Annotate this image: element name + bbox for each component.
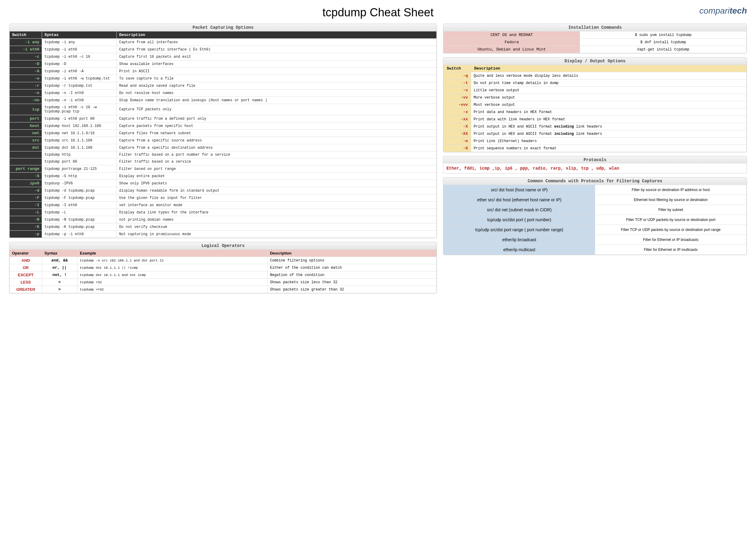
pco-desc: Capture files from network subnet [117,130,437,137]
do-switch: -vvv [444,101,471,109]
logo-part2: tech [729,6,747,15]
table-row: -xPrint data and headers in HEX format [444,109,747,116]
pco-desc: Display entire packet [117,173,437,180]
pco-desc: Capture from a specific source address [117,137,437,144]
lo-example: tcpdump >=32 [77,286,268,293]
lo-example: tcpdump dst 10.1.1.1 || !icmp [77,264,268,272]
table-row: -Ntcpdump -N tcpdump.pcapnot printing do… [10,216,437,224]
protocols-panel: Protocols Ether, fddi, icmp ,ip, ip6 , p… [443,156,747,174]
pco-table: Switch Syntax Description -i anytcpdump … [9,31,437,238]
pco-desc: display human readable form in standard … [117,187,437,194]
pco-switch: -c [10,53,42,60]
cc-command: src/ dst host (host name or IP) [444,185,595,195]
cc-command: tcp/udp src/dst port range ( port number… [444,225,595,235]
table-row: Fedora$ dnf install tcpdump [444,39,747,46]
pco-desc: Print in ASCII [117,68,437,75]
table-row: -nntcpdump -n -i eth0Stop Domain name tr… [10,97,437,104]
pco-syntax: tcpdunp -IPV6 [42,180,117,187]
pco-syntax: tcpdump -i eth0 [42,46,117,53]
pco-desc: Capture TCP packets only [117,104,437,115]
do-desc: Print data and headers in HEX format [471,109,747,116]
common-title: Common Commands with Protocols for Filte… [443,178,747,185]
pco-switch: -d [10,187,42,194]
pco-syntax: tcpdump dst 10.1.1.100 [42,144,117,152]
do-switch: -S [444,145,471,152]
table-row: tcptcpdump -i eth0 -c 10 -w tcpdump.pcap… [10,104,437,115]
cc-desc: Filter for Ethernet or IP multicasts [595,245,747,255]
cc-command: ether src/ dst host (ethernet host name … [444,195,595,205]
table-row: src/ dst host (host name or IP)Filter by… [444,185,747,195]
logical-header-row: Operator Syntax Example Description [10,250,437,257]
install-os: Ubuntu, Debian and Linux Mint [444,46,580,53]
pco-switch: ipv6 [10,180,42,187]
lo-header-syntax: Syntax [42,250,77,257]
do-desc: More verbose output [471,94,747,101]
lo-example: tcpdump -n src 192.168.1.1 and dst port … [77,257,268,264]
do-desc: Print data with link headers in HEX form… [471,116,747,123]
pco-syntax: tcpdump -n -I eth0 [42,90,117,97]
pco-desc: Show available interfaces [117,60,437,68]
table-row: tcp/udp src/dst port range ( port number… [444,225,747,235]
pco-desc: Display data link types for the interfac… [117,209,437,216]
pco-switch: -nn [10,97,42,104]
pco-switch: -w [10,75,42,82]
pco-desc: Filter traffic based on a service [117,158,437,165]
cc-desc: Filter by source or destination IP addre… [595,185,747,195]
lo-desc: Negation of the condition [267,272,436,279]
table-row: -Dtcpdump -DShow available interfaces [10,60,437,68]
table-row: tcpdump port 80Filter traffic based on a… [10,158,437,165]
pco-header-syntax: Syntax [42,31,117,39]
do-switch: -q [444,72,471,80]
display-table: Switch Description -qQuite and less verb… [443,65,747,152]
pco-syntax: tcpdump http [42,152,117,158]
do-switch: -e [444,138,471,145]
table-row: dsttcpdump dst 10.1.1.100Capture from a … [10,144,437,152]
table-row: -vvMore verbose output [444,94,747,101]
lo-operator: EXCEPT [10,272,42,279]
pco-switch: net [10,130,42,137]
lo-example: tcpdump dst 10.1.1.1 and not icmp [77,272,268,279]
pco-switch: -K [10,224,42,231]
table-row: CENT OS and REDHAT$ sudo yum install tcp… [444,31,747,39]
table-row: LESS<tcpdump <32Shows packets size less … [10,279,437,286]
cc-command: tcp/udp src/dst port ( port number) [444,215,595,225]
pco-switch: port [10,115,42,122]
install-panel: Installation Commands CENT OS and REDHAT… [443,24,747,54]
page-title: tcpdump Cheat Sheet [322,6,434,19]
table-row: ANDand, &&tcpdump -n src 192.168.1.1 and… [10,257,437,264]
pco-syntax: tcpdump -i eth0 -c 10 [42,53,117,60]
pco-switch: dst [10,144,42,152]
logical-table: Operator Syntax Example Description ANDa… [9,250,437,293]
common-commands-panel: Common Commands with Protocols for Filte… [443,177,747,255]
install-title: Installation Commands [443,24,747,31]
install-cmd: #apt-get install tcpdump [580,46,747,53]
table-row: -Stcpdump -S httpDisplay entire packet [10,173,437,180]
pco-syntax: tcpdump -i eth0 -w tcpdump.txt [42,75,117,82]
lo-syntax: not, ! [42,272,77,279]
pco-syntax: tcpdump src 10.1.1.100 [42,137,117,144]
logical-title: Logical Operators [9,242,437,250]
table-row: -vvvMost verbose output [444,101,747,109]
pco-desc: Capture traffic from a defined port only [117,115,437,122]
pco-syntax: tcpdump -L [42,209,117,216]
cc-desc: Filter TCP or UDP packets by source or d… [595,215,747,225]
cc-desc: Filter for Ethernet or IP broadcasts [595,235,747,245]
do-switch: -vv [444,94,471,101]
do-switch: -xx [444,116,471,123]
table-row: -ePrint Link (Ethernet) headers [444,138,747,145]
lo-example: tcpdump <32 [77,279,268,286]
pco-switch: -n [10,90,42,97]
lo-desc: Combine filtering options [267,257,436,264]
pco-switch: -p [10,231,42,238]
lo-desc: Shows packets size greater than 32 [267,286,436,293]
pco-switch: -A [10,68,42,75]
table-row: -Ktcpdump -K tcpdump.pcapDo not verify c… [10,224,437,231]
table-row: -xxPrint data with link headers in HEX f… [444,116,747,123]
lo-operator: LESS [10,279,42,286]
table-row: porttcpdump -i eth0 port 80Capture traff… [10,115,437,122]
pco-desc: Show only IPV6 packets [117,180,437,187]
table-row: Ubuntu, Debian and Linux Mint#apt-get in… [444,46,747,53]
cc-desc: Filter by subnet [595,205,747,215]
pco-desc: Filter based on port range [117,165,437,173]
lo-operator: OR [10,264,42,272]
